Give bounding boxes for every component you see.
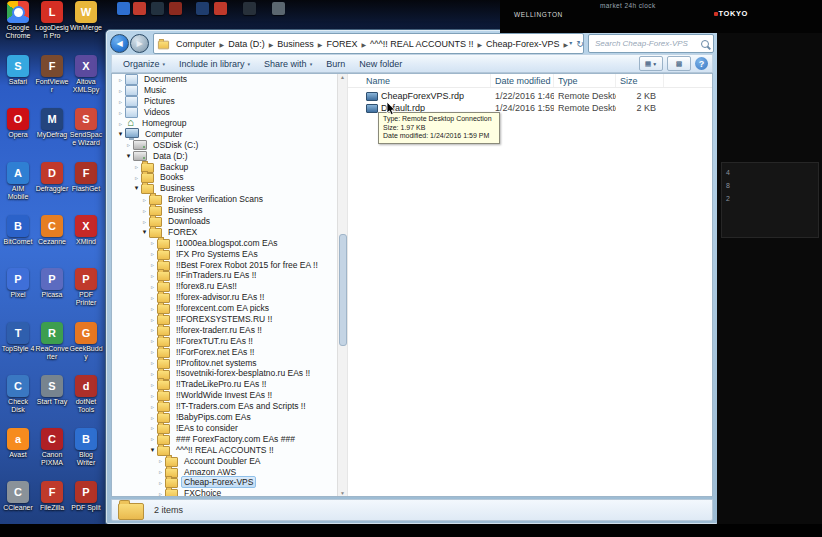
scroll-down-icon[interactable]: ▼	[338, 490, 347, 496]
tree-item[interactable]: ▹!!TradeLikePro.ru EAs !!	[112, 379, 347, 390]
tree-item[interactable]: ▹!!Profitov.net systems	[112, 357, 347, 368]
breadcrumb-segment[interactable]: Business	[274, 39, 317, 49]
toolbar-item[interactable]: Include in library▾	[172, 59, 257, 69]
desktop-icon[interactable]: CCheck Disk	[1, 375, 35, 414]
tree-item[interactable]: ▹!EAs to consider	[112, 423, 347, 434]
breadcrumb-segment[interactable]: Cheap-Forex-VPS	[483, 39, 563, 49]
mini-desktop-icon[interactable]	[272, 2, 285, 15]
desktop-icon[interactable]: Google Chrome	[1, 1, 35, 40]
tree-expand-arrow[interactable]: ▹	[148, 424, 157, 431]
tree-scrollbar[interactable]: ▲ ▼	[337, 74, 347, 496]
desktop-icon[interactable]: XXMind	[69, 215, 103, 246]
desktop-icon[interactable]: aAvast	[1, 428, 35, 459]
tree-item[interactable]: ▾FOREX	[112, 226, 347, 237]
tree-expand-arrow[interactable]: ▹	[140, 218, 149, 225]
tree-expand-arrow[interactable]: ▹	[148, 348, 157, 355]
tree-expand-arrow[interactable]: ▹	[140, 207, 149, 214]
scroll-up-icon[interactable]: ▲	[338, 74, 347, 80]
tree-expand-arrow[interactable]: ▹	[116, 98, 125, 105]
tree-expand-arrow[interactable]: ▹	[156, 457, 165, 464]
tree-item[interactable]: ▾Computer	[112, 128, 347, 139]
file-row[interactable]: CheapForexVPS.rdp1/22/2016 1:46 PMRemote…	[348, 90, 712, 102]
tree-item[interactable]: ▹!!ForexTUT.ru EAs !!	[112, 335, 347, 346]
tree-item[interactable]: ▹!!forex-advisor.ru EAs !!	[112, 292, 347, 303]
tree-item[interactable]: ▹!FX Pro Systems EAs	[112, 248, 347, 259]
desktop-icon[interactable]: FFontViewer	[35, 55, 69, 94]
tree-item[interactable]: ▹!!WorldWide Invest EAs !!	[112, 390, 347, 401]
desktop-icon[interactable]: OOpera	[1, 108, 35, 139]
mini-desktop-icon[interactable]	[196, 2, 209, 15]
desktop-icon[interactable]: CCanon PIXMA	[35, 428, 69, 467]
toolbar-item[interactable]: Organize▾	[116, 59, 172, 69]
desktop-icon[interactable]: ddotNet Tools	[69, 375, 103, 414]
mini-desktop-icon[interactable]	[133, 2, 146, 15]
desktop-icon[interactable]: SStart Tray	[35, 375, 69, 406]
column-header[interactable]: Name	[362, 74, 491, 87]
tree-item[interactable]: ▹Broker Verification Scans	[112, 194, 347, 205]
tree-item[interactable]: ▹Documents	[112, 74, 347, 85]
tree-expand-arrow[interactable]: ▹	[148, 359, 157, 366]
address-bar[interactable]: Computer▶Data (D:)▶Business▶FOREX▶^^^!! …	[153, 33, 584, 54]
desktop-icon[interactable]: PPicasa	[35, 268, 69, 299]
tree-expand-arrow[interactable]: ▹	[132, 163, 141, 170]
help-button[interactable]: ?	[695, 57, 708, 70]
tree-item[interactable]: ▹!!sovetniki-forex-besplatno.ru EAs !!	[112, 368, 347, 379]
column-header[interactable]: Date modified	[491, 74, 554, 87]
desktop-icon[interactable]: TTopStyle 4	[1, 322, 35, 353]
tree-scrollbar-thumb[interactable]	[339, 234, 347, 346]
tree-expand-arrow[interactable]: ▹	[148, 316, 157, 323]
tree-expand-arrow[interactable]: ▹	[116, 120, 125, 127]
tree-expand-arrow[interactable]: ▹	[156, 490, 165, 496]
search-input[interactable]	[593, 38, 701, 49]
breadcrumb-segment[interactable]: ^^^!! REAL ACCOUNTS !!	[367, 39, 476, 49]
mini-desktop-icon[interactable]	[169, 2, 182, 15]
tree-item[interactable]: ▹⌂Homegroup	[112, 118, 347, 129]
tree-item[interactable]: ▹Backup	[112, 161, 347, 172]
desktop-icon[interactable]: CCezanne	[35, 215, 69, 246]
tree-expand-arrow[interactable]: ▹	[156, 468, 165, 475]
back-button[interactable]: ◀	[110, 34, 129, 53]
tree-expand-arrow[interactable]: ▹	[124, 141, 133, 148]
tree-expand-arrow[interactable]: ▹	[148, 250, 157, 257]
tree-item[interactable]: ▹!BabyPips.com EAs	[112, 412, 347, 423]
tree-expand-arrow[interactable]: ▹	[116, 109, 125, 116]
mini-desktop-icon[interactable]	[243, 2, 256, 15]
tree-expand-arrow[interactable]: ▹	[148, 239, 157, 246]
tree-item[interactable]: ▹Account Doubler EA	[112, 455, 347, 466]
tree-item[interactable]: ▹!!FOREXSYSTEMS.RU !!	[112, 314, 347, 325]
tree-item[interactable]: ▹FXChoice	[112, 488, 347, 496]
tree-item[interactable]: ▾^^^!! REAL ACCOUNTS !!	[112, 444, 347, 455]
desktop-icon[interactable]: WWinMerge	[69, 1, 103, 32]
mini-desktop-icon[interactable]	[214, 2, 227, 15]
tree-expand-arrow[interactable]: ▹	[148, 381, 157, 388]
tree-expand-arrow[interactable]: ▹	[148, 305, 157, 312]
desktop-icon[interactable]: SSendSpace Wizard	[69, 108, 103, 147]
tree-item[interactable]: ▹### ForexFactory.com EAs ###	[112, 433, 347, 444]
desktop-icon[interactable]: XAltova XMLSpy	[69, 55, 103, 94]
breadcrumb-segment[interactable]: Computer	[173, 39, 219, 49]
tree-expand-arrow[interactable]: ▹	[148, 403, 157, 410]
column-header[interactable]: Size	[616, 74, 664, 87]
tree-expand-arrow[interactable]: ▹	[132, 174, 141, 181]
tree-item[interactable]: ▹!!FinTraders.ru EAs !!	[112, 270, 347, 281]
tree-expand-arrow[interactable]: ▾	[116, 130, 125, 138]
tree-expand-arrow[interactable]: ▹	[156, 479, 165, 486]
forward-button[interactable]: ▶	[130, 34, 149, 53]
tree-expand-arrow[interactable]: ▾	[140, 228, 149, 236]
tree-item[interactable]: ▹Amazon AWS	[112, 466, 347, 477]
tree-expand-arrow[interactable]: ▾	[148, 446, 157, 454]
tree-item[interactable]: ▹!!forex8.ru EAs!!	[112, 281, 347, 292]
tree-item[interactable]: ▹Cheap-Forex-VPS	[112, 477, 347, 488]
tree-item[interactable]: ▹Pictures	[112, 96, 347, 107]
tree-expand-arrow[interactable]: ▹	[148, 326, 157, 333]
taskbar[interactable]	[0, 524, 822, 537]
tree-item[interactable]: ▹!!forexcent.com EA picks	[112, 303, 347, 314]
tree-item[interactable]: ▹Books	[112, 172, 347, 183]
tree-expand-arrow[interactable]: ▹	[140, 196, 149, 203]
tree-item[interactable]: ▹!!Best Forex Robot 2015 for free EA !!	[112, 259, 347, 270]
tree-expand-arrow[interactable]: ▹	[148, 370, 157, 377]
desktop-icon[interactable]: BBlog Writer	[69, 428, 103, 467]
tree-item[interactable]: ▾Business	[112, 183, 347, 194]
tree-expand-arrow[interactable]: ▹	[148, 261, 157, 268]
tree-item[interactable]: ▹!!ForForex.net EAs !!	[112, 346, 347, 357]
